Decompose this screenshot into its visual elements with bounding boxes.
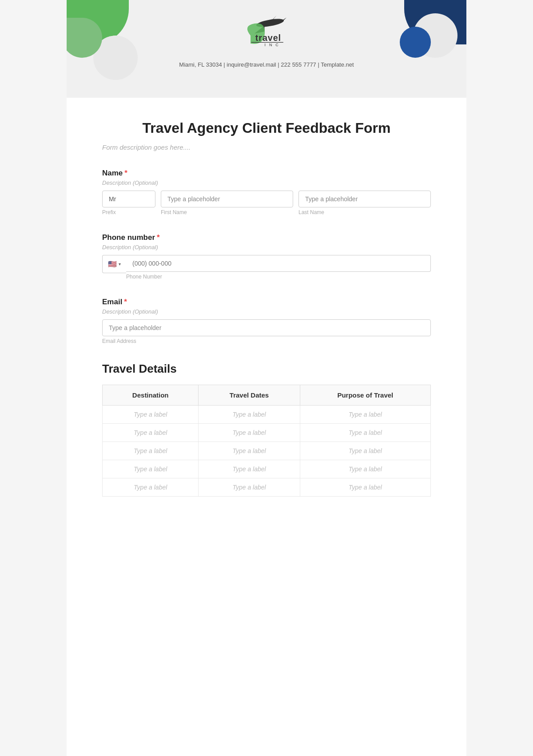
table-cell[interactable]: Type a label <box>103 460 199 478</box>
table-cell[interactable]: Type a label <box>300 460 430 478</box>
last-name-wrapper: Last Name <box>298 191 431 215</box>
table-cell[interactable]: Type a label <box>199 442 300 460</box>
table-cell[interactable]: Type a label <box>103 478 199 497</box>
table-cell[interactable]: Type a label <box>199 406 300 424</box>
table-row: Type a labelType a labelType a label <box>103 406 431 424</box>
travel-table-header-row: Destination Travel Dates Purpose of Trav… <box>103 385 431 406</box>
table-cell[interactable]: Type a label <box>300 478 430 497</box>
table-row: Type a labelType a labelType a label <box>103 442 431 460</box>
prefix-input[interactable] <box>102 191 155 207</box>
table-cell[interactable]: Type a label <box>103 442 199 460</box>
table-cell[interactable]: Type a label <box>199 424 300 442</box>
phone-required-marker: * <box>157 233 160 242</box>
phone-input-row: 🇺🇸 ▾ Phone Number <box>102 255 431 280</box>
phone-sub-label: Phone Number <box>126 274 431 280</box>
table-cell[interactable]: Type a label <box>300 406 430 424</box>
phone-field-group: Phone number* Description (Optional) 🇺🇸 … <box>102 233 431 280</box>
header-center: travel I N C Miami, FL 33034 | inquire@t… <box>67 0 466 68</box>
us-flag-icon: 🇺🇸 <box>108 260 117 268</box>
svg-text:I  N  C: I N C <box>265 43 280 47</box>
travel-logo: travel I N C <box>227 13 306 58</box>
page: travel I N C Miami, FL 33034 | inquire@t… <box>67 0 466 756</box>
phone-input[interactable] <box>126 255 431 272</box>
form-title: Travel Agency Client Feedback Form <box>102 120 431 136</box>
col-header-destination: Destination <box>103 385 199 406</box>
email-required-marker: * <box>124 298 127 306</box>
prefix-sub-label: Prefix <box>102 209 155 215</box>
form-description: Form description goes here.... <box>102 143 431 151</box>
first-name-input[interactable] <box>161 191 293 207</box>
country-selector-button[interactable]: 🇺🇸 ▾ <box>102 255 126 273</box>
email-sub-label: Email Address <box>102 338 431 344</box>
table-row: Type a labelType a labelType a label <box>103 478 431 497</box>
name-label: Name* <box>102 169 431 178</box>
last-name-input[interactable] <box>298 191 431 207</box>
travel-details-title: Travel Details <box>102 362 431 376</box>
first-name-sub-label: First Name <box>161 209 293 215</box>
form-content: Travel Agency Client Feedback Form Form … <box>67 98 466 541</box>
col-header-purpose: Purpose of Travel <box>300 385 430 406</box>
email-description: Description (Optional) <box>102 308 431 315</box>
travel-table: Destination Travel Dates Purpose of Trav… <box>102 385 431 497</box>
last-name-sub-label: Last Name <box>298 209 431 215</box>
prefix-wrapper: Prefix <box>102 191 155 215</box>
phone-description: Description (Optional) <box>102 244 431 251</box>
table-cell[interactable]: Type a label <box>103 406 199 424</box>
chevron-down-icon: ▾ <box>119 262 121 267</box>
travel-details-section: Travel Details Destination Travel Dates … <box>102 362 431 497</box>
svg-text:travel: travel <box>255 33 281 43</box>
name-required-marker: * <box>124 169 127 177</box>
phone-input-wrapper: Phone Number <box>126 255 431 280</box>
table-cell[interactable]: Type a label <box>199 478 300 497</box>
travel-table-head: Destination Travel Dates Purpose of Trav… <box>103 385 431 406</box>
name-description: Description (Optional) <box>102 179 431 186</box>
table-cell[interactable]: Type a label <box>300 442 430 460</box>
col-header-travel-dates: Travel Dates <box>199 385 300 406</box>
table-row: Type a labelType a labelType a label <box>103 460 431 478</box>
table-row: Type a labelType a labelType a label <box>103 424 431 442</box>
email-field-group: Email* Description (Optional) Email Addr… <box>102 298 431 344</box>
table-cell[interactable]: Type a label <box>199 460 300 478</box>
travel-table-body: Type a labelType a labelType a labelType… <box>103 406 431 497</box>
table-cell[interactable]: Type a label <box>300 424 430 442</box>
name-input-row: Prefix First Name Last Name <box>102 191 431 215</box>
email-input[interactable] <box>102 319 431 336</box>
name-field-group: Name* Description (Optional) Prefix Firs… <box>102 169 431 215</box>
header-contact: Miami, FL 33034 | inquire@travel.mail | … <box>179 61 354 68</box>
email-input-wrapper: Email Address <box>102 319 431 344</box>
first-name-wrapper: First Name <box>161 191 293 215</box>
table-cell[interactable]: Type a label <box>103 424 199 442</box>
header: travel I N C Miami, FL 33034 | inquire@t… <box>67 0 466 98</box>
email-label: Email* <box>102 298 431 306</box>
phone-label: Phone number* <box>102 233 431 242</box>
